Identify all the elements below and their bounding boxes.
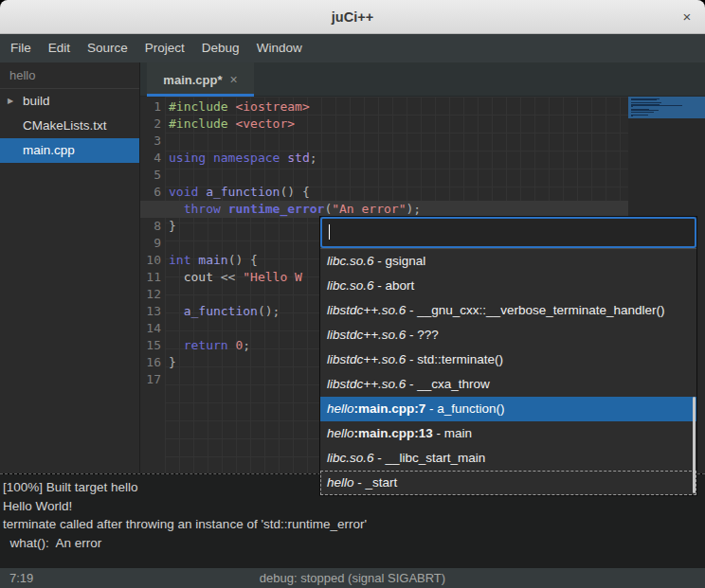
window-close-icon[interactable]: × [678, 9, 696, 26]
window-titlebar[interactable]: juCi++ × [0, 0, 705, 34]
stacktrace-item[interactable]: libstdc++.so.6 - ??? [320, 323, 696, 347]
stacktrace-item[interactable]: hello - _start [320, 471, 696, 495]
file-tree-sidebar: hello ▶buildCMakeLists.txtmain.cpp [0, 62, 140, 473]
output-line: terminate called after throwing an insta… [3, 515, 705, 534]
stacktrace-item[interactable]: hello:main.cpp:13 - main [320, 421, 696, 446]
code-line [169, 133, 421, 150]
stacktrace-item[interactable]: libstdc++.so.6 - __cxa_throw [320, 372, 696, 397]
stacktrace-list: libc.so.6 - gsignallibc.so.6 - abortlibs… [320, 248, 696, 495]
code-line: void a_function() { [169, 184, 421, 201]
app-window: juCi++ × FileEditSourceProjectDebugWindo… [0, 0, 705, 588]
menu-item-debug[interactable]: Debug [193, 34, 248, 62]
stacktrace-item[interactable]: hello:main.cpp:7 - a_function() [320, 397, 696, 421]
statusbar: 7:19 debug: stopped (signal SIGABRT) [0, 568, 705, 588]
popup-scrollbar-thumb[interactable] [693, 397, 696, 493]
tabbar: main.cpp* × [140, 62, 705, 97]
code-line: #include <iostream> [169, 98, 421, 116]
menu-item-edit[interactable]: Edit [40, 34, 79, 62]
stacktrace-search-input[interactable] [320, 217, 696, 248]
menu-item-window[interactable]: Window [248, 34, 311, 62]
code-line: using namespace std; [169, 150, 421, 167]
text-caret [329, 224, 330, 240]
minimap-viewport[interactable] [628, 97, 705, 118]
menu-item-source[interactable]: Source [79, 34, 136, 62]
menubar: FileEditSourceProjectDebugWindow [0, 34, 705, 62]
stacktrace-item[interactable]: libc.so.6 - __libc_start_main [320, 446, 696, 471]
sidebar-item-build[interactable]: ▶build [0, 89, 139, 114]
tab-maincpp[interactable]: main.cpp* × [147, 62, 254, 97]
stacktrace-item[interactable]: libc.so.6 - gsignal [320, 249, 696, 274]
output-line: what(): An error [3, 534, 705, 553]
debug-status: debug: stopped (signal SIGABRT) [0, 568, 705, 588]
menu-item-project[interactable]: Project [136, 34, 193, 62]
sidebar-item-label: main.cpp [23, 138, 75, 163]
sidebar-project-label: hello [0, 62, 139, 89]
sidebar-item-label: build [23, 89, 50, 114]
tab-label: main.cpp* [163, 73, 222, 87]
code-line: #include <vector> [169, 116, 421, 133]
sidebar-item-cmakelists-txt[interactable]: CMakeLists.txt [0, 114, 139, 138]
code-line [169, 167, 421, 184]
stacktrace-item[interactable]: libstdc++.so.6 - __gnu_cxx::__verbose_te… [320, 298, 696, 323]
window-title: juCi++ [0, 0, 705, 34]
sidebar-item-main-cpp[interactable]: main.cpp [0, 138, 139, 163]
stacktrace-item[interactable]: libstdc++.so.6 - std::terminate() [320, 347, 696, 372]
output-line: Hello World! [3, 497, 705, 516]
stacktrace-item[interactable]: libc.so.6 - abort [320, 274, 696, 298]
line-number-gutter: 1234567891011121314151617 [140, 98, 165, 388]
sidebar-item-label: CMakeLists.txt [23, 114, 107, 138]
stacktrace-popup: libc.so.6 - gsignallibc.so.6 - abortlibs… [319, 216, 697, 496]
tab-close-icon[interactable]: × [229, 72, 237, 87]
menu-item-file[interactable]: File [2, 34, 40, 62]
expander-icon[interactable]: ▶ [8, 89, 19, 114]
